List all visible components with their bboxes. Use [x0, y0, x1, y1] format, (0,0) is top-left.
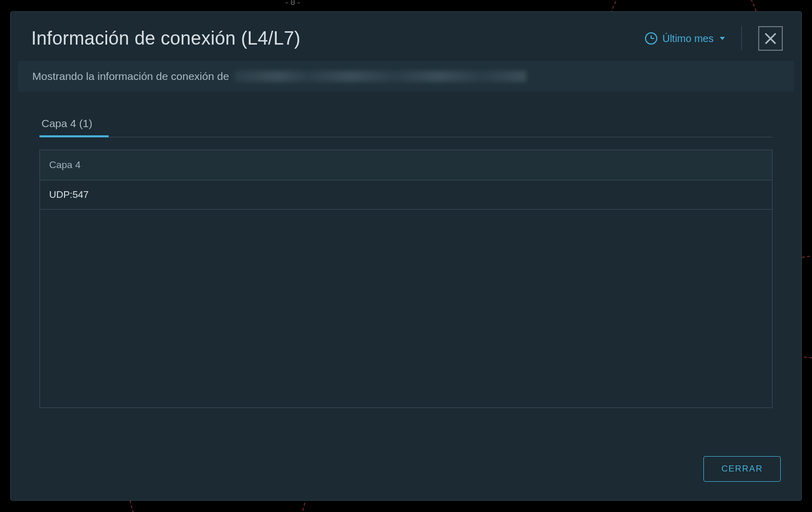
- close-action-button[interactable]: CERRAR: [703, 456, 781, 482]
- info-banner-text: Mostrando la información de conexión de: [32, 70, 229, 83]
- tabs: Capa 4 (1): [39, 112, 773, 137]
- modal-header: Información de conexión (L4/L7) Último m…: [11, 12, 801, 61]
- info-banner: Mostrando la información de conexión de: [18, 61, 794, 92]
- connection-info-modal: Información de conexión (L4/L7) Último m…: [10, 11, 802, 501]
- clock-icon: [645, 32, 657, 45]
- table-empty-area: [40, 210, 772, 407]
- layer4-table: Capa 4 UDP:547: [39, 150, 773, 408]
- chevron-down-icon: [720, 37, 725, 40]
- timeframe-selector[interactable]: Último mes: [645, 32, 725, 45]
- timeframe-label: Último mes: [662, 33, 714, 45]
- content-area: Capa 4 (1) Capa 4 UDP:547: [11, 92, 801, 441]
- modal-footer: CERRAR: [11, 441, 801, 500]
- close-icon: [764, 32, 777, 45]
- table-header: Capa 4: [40, 150, 772, 180]
- header-actions: Último mes: [645, 26, 783, 51]
- modal-title: Información de conexión (L4/L7): [31, 28, 301, 49]
- header-divider: [741, 26, 742, 51]
- close-button[interactable]: [758, 26, 783, 51]
- table-row: UDP:547: [40, 180, 772, 210]
- redacted-connection-details: [234, 71, 526, 82]
- tab-layer4[interactable]: Capa 4 (1): [39, 112, 94, 137]
